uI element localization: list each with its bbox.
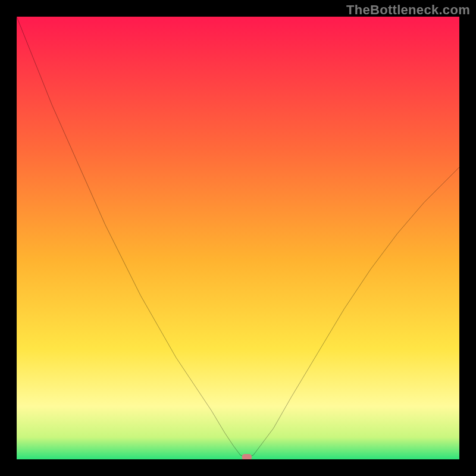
watermark-text: TheBottleneck.com	[346, 2, 470, 18]
gradient-background	[17, 17, 459, 459]
chart-svg	[17, 17, 459, 459]
min-point-marker	[242, 454, 252, 459]
chart-frame: TheBottleneck.com	[0, 0, 476, 476]
bottleneck-chart	[17, 17, 459, 459]
